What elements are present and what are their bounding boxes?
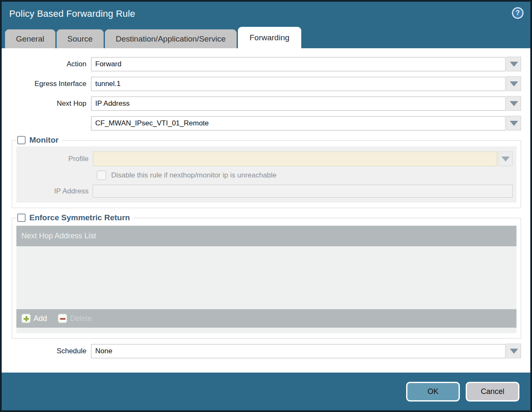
monitor-section: Monitor Profile Disable this rule if nex… <box>12 136 521 208</box>
next-hop-type-field[interactable]: IP Address <box>91 96 506 111</box>
add-button-label: Add <box>34 314 47 323</box>
delete-button-label: Delete <box>70 314 92 323</box>
monitor-legend-label: Monitor <box>29 136 59 145</box>
tab-source[interactable]: Source <box>57 29 104 48</box>
disable-rule-checkbox-label: Disable this rule if nexthop/monitor ip … <box>111 171 276 180</box>
tab-forwarding-label: Forwarding <box>250 33 289 42</box>
tab-bar: General Source Destination/Application/S… <box>2 26 530 48</box>
monitor-profile-dropdown-button <box>498 151 513 166</box>
monitor-profile-label: Profile <box>16 155 93 163</box>
egress-interface-field[interactable]: tunnel.1 <box>91 77 506 91</box>
ok-button[interactable]: OK <box>406 382 460 402</box>
action-row: Action Forward <box>2 57 521 71</box>
monitor-legend: Monitor <box>16 136 62 145</box>
chevron-down-icon <box>510 81 518 86</box>
disable-rule-checkbox <box>97 171 106 180</box>
dialog-footer: OK Cancel <box>2 373 530 410</box>
egress-interface-dropdown-button[interactable] <box>506 76 521 91</box>
enforce-symmetric-return-section: Enforce Symmetric Return Next Hop Addres… <box>12 213 521 339</box>
schedule-dropdown-button[interactable] <box>506 344 521 358</box>
next-hop-address-row: CF_MWAN_IPsec_VTI_01_Remote <box>2 116 521 130</box>
monitor-checkbox[interactable] <box>17 136 26 144</box>
next-hop-address-list-body[interactable] <box>16 246 516 309</box>
action-field[interactable]: Forward <box>91 57 506 71</box>
action-dropdown-button[interactable] <box>506 57 521 71</box>
next-hop-address-list-table: Next Hop Address List Add Delete <box>16 226 516 333</box>
schedule-field[interactable]: None <box>91 344 506 358</box>
dialog-title: Policy Based Forwarding Rule <box>9 8 135 19</box>
tab-source-label: Source <box>68 34 93 44</box>
monitor-profile-field <box>93 151 497 166</box>
monitor-panel: Profile Disable this rule if nexthop/mon… <box>16 146 516 203</box>
help-glyph: ? <box>516 9 520 17</box>
enforce-symmetric-return-checkbox[interactable] <box>17 214 26 222</box>
tab-general[interactable]: General <box>5 29 55 48</box>
next-hop-dropdown-button[interactable] <box>506 96 521 111</box>
egress-interface-label: Egress Interface <box>2 80 91 88</box>
pbf-rule-dialog: Policy Based Forwarding Rule ? General S… <box>0 0 532 412</box>
tab-forwarding[interactable]: Forwarding <box>238 27 301 48</box>
delete-minus-icon <box>58 314 67 323</box>
add-plus-icon <box>21 314 31 323</box>
next-hop-address-dropdown-button[interactable] <box>506 116 521 130</box>
schedule-row: Schedule None <box>2 344 521 358</box>
dialog-titlebar: Policy Based Forwarding Rule ? <box>2 2 530 26</box>
enforce-symmetric-return-legend-label: Enforce Symmetric Return <box>29 213 130 222</box>
chevron-down-icon <box>501 156 510 162</box>
chevron-down-icon <box>510 62 518 67</box>
tab-general-label: General <box>16 34 44 44</box>
tab-content-forwarding: Action Forward Egress Interface tunnel.1… <box>2 48 530 373</box>
next-hop-label: Next Hop <box>2 99 91 108</box>
chevron-down-icon <box>510 121 518 126</box>
monitor-profile-row: Profile <box>16 151 513 166</box>
monitor-ip-address-row: IP Address <box>16 185 513 198</box>
tab-destination-label: Destination/Application/Service <box>116 34 226 44</box>
next-hop-address-list-toolbar: Add Delete <box>16 309 516 328</box>
monitor-ip-address-label: IP Address <box>16 187 93 196</box>
next-hop-address-list-column-header[interactable]: Next Hop Address List <box>16 226 516 246</box>
schedule-label: Schedule <box>2 347 91 355</box>
table-bottom-strip <box>16 328 516 333</box>
next-hop-address-field[interactable]: CF_MWAN_IPsec_VTI_01_Remote <box>91 116 506 130</box>
cancel-button[interactable]: Cancel <box>466 382 519 402</box>
enforce-symmetric-return-legend: Enforce Symmetric Return <box>16 213 133 222</box>
tab-destination-application-service[interactable]: Destination/Application/Service <box>105 29 237 48</box>
add-button[interactable]: Add <box>21 314 47 323</box>
delete-button: Delete <box>58 314 92 323</box>
action-label: Action <box>2 60 91 68</box>
monitor-disable-rule-row: Disable this rule if nexthop/monitor ip … <box>16 171 513 180</box>
chevron-down-icon <box>510 349 518 354</box>
help-icon[interactable]: ? <box>512 7 524 19</box>
next-hop-row: Next Hop IP Address <box>2 96 521 111</box>
chevron-down-icon <box>510 101 518 106</box>
monitor-ip-address-field <box>93 185 513 198</box>
egress-interface-row: Egress Interface tunnel.1 <box>2 76 521 91</box>
